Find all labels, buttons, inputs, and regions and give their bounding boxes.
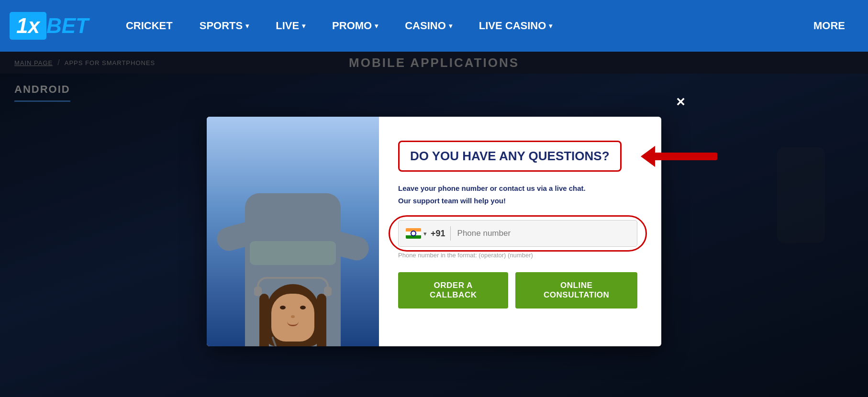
phone-country-code: +91 [431,229,445,239]
country-dropdown-chevron[interactable]: ▾ [423,230,427,237]
nav-casino[interactable]: CASINO▾ [391,0,466,52]
modal: × [207,117,661,346]
modal-agent-area [207,117,379,346]
flag-india [406,228,421,239]
order-callback-button[interactable]: ORDER A CALLBACK [398,272,508,309]
phone-format-hint: Phone number in the format: (operator) (… [398,252,637,259]
question-box: DO YOU HAVE ANY QUESTIONS? [398,141,622,172]
nav-live-casino[interactable]: LIVE CASINO▾ [466,0,566,52]
nav-live[interactable]: LIVE▾ [262,0,319,52]
modal-subtitle: Leave your phone number or contact us vi… [398,182,637,207]
modal-overlay: × [0,52,868,397]
question-title: DO YOU HAVE ANY QUESTIONS? [410,149,610,163]
nav-more[interactable]: MORE [800,0,858,52]
modal-close-button[interactable]: × [676,93,685,110]
nav-sports[interactable]: SPORTS▾ [186,0,262,52]
nav-promo[interactable]: PROMO▾ [319,0,391,52]
logo[interactable]: 1x BET [10,12,89,40]
red-arrow [650,153,717,160]
action-buttons-row: ORDER A CALLBACK ONLINE CONSULTATION [398,272,637,309]
nav-cricket[interactable]: CRICKET [112,0,186,52]
online-consultation-button[interactable]: ONLINE CONSULTATION [515,272,637,309]
phone-number-input[interactable] [457,229,630,238]
phone-input-container[interactable]: ▾ +91 [398,220,637,247]
modal-content-area: DO YOU HAVE ANY QUESTIONS? [379,117,661,346]
